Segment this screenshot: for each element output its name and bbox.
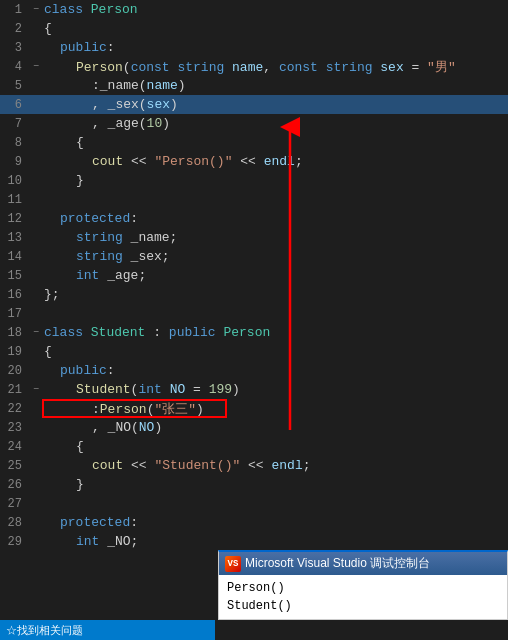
token: "男" <box>427 60 456 75</box>
code-line-5: 5:_name(name) <box>0 76 508 95</box>
code-content: :_name(name) <box>42 78 508 93</box>
code-content: class Student : public Person <box>42 325 508 340</box>
token: : <box>145 325 168 340</box>
line-number: 4 <box>0 60 30 74</box>
code-line-26: 26} <box>0 475 508 494</box>
token: NO <box>139 420 155 435</box>
line-number: 20 <box>0 364 30 378</box>
token: { <box>76 135 84 150</box>
token: _NO; <box>107 534 138 549</box>
token: string <box>177 60 232 75</box>
line-number: 7 <box>0 117 30 131</box>
token: = <box>404 60 427 75</box>
line-number: 18 <box>0 326 30 340</box>
token: ) <box>178 78 186 93</box>
code-line-1: 1−class Person <box>0 0 508 19</box>
line-number: 16 <box>0 288 30 302</box>
token: Person <box>76 60 123 75</box>
code-line-10: 10} <box>0 171 508 190</box>
code-line-16: 16}; <box>0 285 508 304</box>
token: const <box>279 60 326 75</box>
token: :_name( <box>92 78 147 93</box>
line-number: 12 <box>0 212 30 226</box>
token: Person <box>100 402 147 417</box>
token: ) <box>196 402 204 417</box>
fold-icon[interactable]: − <box>30 384 42 395</box>
code-line-20: 20public: <box>0 361 508 380</box>
code-line-6: 6, _sex(sex) <box>0 95 508 114</box>
token: public <box>169 325 224 340</box>
code-content: , _age(10) <box>42 116 508 131</box>
token: const <box>131 60 178 75</box>
token: , <box>263 60 279 75</box>
token: cout <box>92 458 123 473</box>
token: "张三" <box>154 402 196 417</box>
vs-icon: VS <box>225 556 241 572</box>
console-body: Person() Student() <box>219 575 507 619</box>
code-line-7: 7, _age(10) <box>0 114 508 133</box>
line-number: 21 <box>0 383 30 397</box>
token: public <box>60 40 107 55</box>
token: cout <box>92 154 123 169</box>
token: , _age( <box>92 116 147 131</box>
fold-icon[interactable]: − <box>30 327 42 338</box>
token: name <box>147 78 178 93</box>
token: << <box>240 458 271 473</box>
token: public <box>60 363 107 378</box>
token: _name; <box>131 230 178 245</box>
fold-icon[interactable]: − <box>30 4 42 15</box>
token: class <box>44 325 91 340</box>
code-line-8: 8{ <box>0 133 508 152</box>
code-content: { <box>42 135 508 150</box>
code-content: string _name; <box>42 230 508 245</box>
code-content: public: <box>42 40 508 55</box>
line-number: 10 <box>0 174 30 188</box>
token: int <box>76 268 107 283</box>
fold-icon[interactable]: − <box>30 61 42 72</box>
token: Person <box>91 2 138 17</box>
token: ) <box>162 116 170 131</box>
console-panel: VS Microsoft Visual Studio 调试控制台 Person(… <box>218 550 508 620</box>
code-line-29: 29int _NO; <box>0 532 508 551</box>
code-line-12: 12protected: <box>0 209 508 228</box>
token: protected <box>60 211 130 226</box>
console-header: VS Microsoft Visual Studio 调试控制台 <box>219 552 507 575</box>
token: { <box>76 439 84 454</box>
code-content: cout << "Person()" << endl; <box>42 154 508 169</box>
token: = <box>185 382 208 397</box>
line-number: 27 <box>0 497 30 511</box>
token: : <box>107 40 115 55</box>
code-content: public: <box>42 363 508 378</box>
code-line-25: 25cout << "Student()" << endl; <box>0 456 508 475</box>
token: NO <box>170 382 186 397</box>
token: _age; <box>107 268 146 283</box>
code-line-27: 27 <box>0 494 508 513</box>
token: protected <box>60 515 130 530</box>
code-line-23: 23, _NO(NO) <box>0 418 508 437</box>
token: endl <box>264 154 295 169</box>
token: : <box>130 515 138 530</box>
code-line-24: 24{ <box>0 437 508 456</box>
token: sex <box>380 60 403 75</box>
code-line-14: 14string _sex; <box>0 247 508 266</box>
token: "Student()" <box>154 458 240 473</box>
token: << <box>123 154 154 169</box>
token: int <box>138 382 169 397</box>
token: } <box>76 173 84 188</box>
code-content: protected: <box>42 211 508 226</box>
line-number: 28 <box>0 516 30 530</box>
token: { <box>44 344 52 359</box>
token: { <box>44 21 52 36</box>
code-line-22: 22:Person("张三") <box>0 399 508 418</box>
code-content: { <box>42 344 508 359</box>
code-content: } <box>42 173 508 188</box>
code-line-18: 18−class Student : public Person <box>0 323 508 342</box>
token: : <box>92 402 100 417</box>
token: , _NO( <box>92 420 139 435</box>
token: string <box>76 230 131 245</box>
token: string <box>326 60 381 75</box>
token: Student <box>91 325 146 340</box>
console-output-1: Person() <box>227 579 499 597</box>
token: class <box>44 2 91 17</box>
code-line-4: 4−Person(const string name, const string… <box>0 57 508 76</box>
